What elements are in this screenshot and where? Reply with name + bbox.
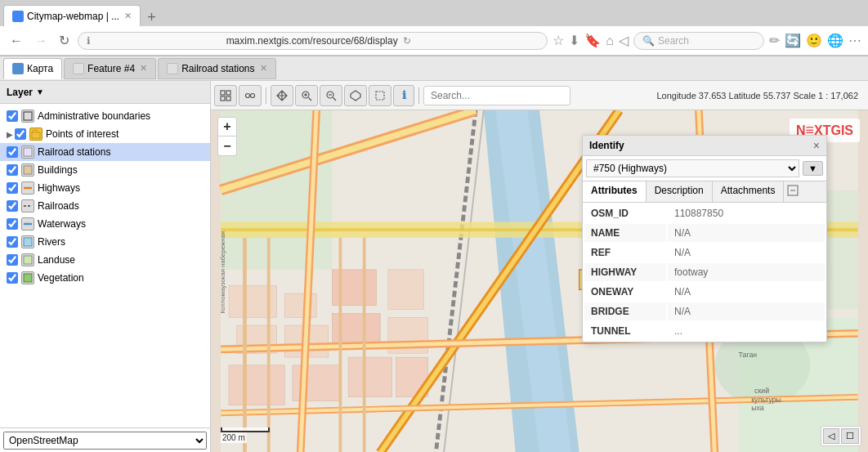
back-nav-icon[interactable]: ◁ [619, 33, 629, 48]
browser-tab-citymap[interactable]: Citymap-webmap | ... ✕ [3, 5, 141, 26]
attr-row-name: NAME N/A [584, 224, 825, 242]
url-bar[interactable]: ℹ maxim.nextgis.com/resource/68/display … [78, 32, 548, 50]
identify-tab-attributes[interactable]: Attributes [583, 181, 647, 202]
identify-btn[interactable] [344, 85, 367, 106]
layer-item-landuse[interactable]: Landuse [0, 251, 210, 269]
main-content: Layer ▼ Administrative boundaries ▶ [0, 81, 868, 452]
layer-header-label: Layer [7, 87, 33, 98]
toolbar-sep-1 [266, 87, 266, 104]
layer-checkbox-buildings[interactable] [7, 164, 18, 176]
move-btn[interactable] [271, 85, 293, 106]
search-placeholder: Search [658, 35, 689, 47]
layer-item-railstations[interactable]: Railroad stations [0, 143, 210, 161]
more-btn[interactable]: ⋯ [848, 33, 861, 48]
layer-checkbox-waterways[interactable] [7, 218, 18, 230]
map-container[interactable]: Детский таганский тзок Таган ский культу… [211, 110, 868, 452]
layer-checkbox-landuse[interactable] [7, 254, 18, 266]
layer-checkbox-railroads[interactable] [7, 200, 18, 212]
svg-text:Котломаузокая набережная: Котломаузокая набережная [219, 231, 226, 314]
globe-icon[interactable]: 🌐 [827, 33, 843, 48]
tab-railstations[interactable]: Railroad stations ✕ [158, 58, 275, 79]
new-tab-btn[interactable]: + [142, 9, 161, 26]
layer-item-rivers[interactable]: Rivers [0, 233, 210, 251]
identify-tab-attachments[interactable]: Attachments [713, 181, 785, 202]
tab-close-btn[interactable]: ✕ [124, 11, 132, 21]
svg-point-14 [251, 93, 255, 97]
identify-close-btn[interactable]: × [813, 139, 820, 152]
attr-val-bridge: N/A [668, 302, 825, 320]
layer-icon-poi [29, 128, 43, 141]
emoji-icon[interactable]: 🙂 [806, 33, 822, 48]
identify-tab-description[interactable]: Description [647, 181, 713, 202]
identify-tab-extra-btn[interactable] [784, 181, 802, 202]
sync-icon[interactable]: 🔄 [785, 33, 801, 48]
svg-rect-1 [24, 148, 32, 156]
pan-left-btn[interactable]: ◁ [823, 428, 839, 444]
map-search-input[interactable] [423, 86, 570, 105]
app: Карта Feature #4 ✕ Railroad stations ✕ L… [0, 56, 868, 452]
svg-rect-38 [229, 365, 284, 405]
layer-checkbox-vegetation[interactable] [7, 272, 18, 284]
identify-attributes-scroll[interactable]: OSM_ID 110887850 NAME N/A REF N/A [583, 203, 826, 342]
layer-checkbox-admin[interactable] [7, 110, 18, 122]
layer-item-buildings[interactable]: Buildings [0, 161, 210, 179]
refresh-btn[interactable]: ↻ [56, 31, 73, 50]
scale-value: 1 : 17,062 [818, 91, 858, 101]
svg-rect-6 [24, 238, 32, 246]
select-btn[interactable] [369, 85, 391, 106]
bookmark-icon[interactable]: ☆ [553, 33, 564, 48]
tab-feature4-label: Feature #4 [87, 63, 135, 74]
layer-item-vegetation[interactable]: Vegetation [0, 269, 210, 287]
svg-line-17 [309, 97, 312, 101]
attr-val-highway: footway [668, 263, 825, 281]
zoom-in-map-btn[interactable]: + [217, 117, 237, 136]
layer-name-landuse: Landuse [38, 254, 75, 266]
poi-expand-icon[interactable]: ▶ [7, 130, 13, 139]
back-btn[interactable]: ← [7, 32, 26, 50]
layer-item-waterways[interactable]: Waterways [0, 215, 210, 233]
identify-feature-select[interactable]: #750 (Highways) [586, 159, 799, 177]
layer-item-railroads[interactable]: Railroads [0, 197, 210, 215]
tab-railstations-label: Railroad stations [181, 63, 254, 74]
full-extent-btn[interactable]: ☐ [841, 428, 859, 444]
map-toolbar-area: ℹ Longitude 37.653 Latitude 55.737 Scale… [211, 81, 868, 452]
info-btn[interactable]: ℹ [393, 85, 414, 106]
identify-title: Identify [589, 140, 624, 151]
link-btn[interactable] [239, 85, 262, 106]
browser-search-bar[interactable]: 🔍 Search [633, 32, 764, 50]
attr-key-highway: HIGHWAY [584, 263, 666, 281]
attr-key-name: NAME [584, 224, 666, 242]
tab-karta[interactable]: Карта [3, 58, 62, 79]
grid-btn[interactable] [214, 85, 237, 106]
layer-item-poi[interactable]: ▶ Points of interest [0, 125, 210, 143]
layer-dropdown-btn[interactable]: ▼ [36, 87, 44, 96]
layer-checkbox-poi[interactable] [15, 128, 26, 140]
layer-item-highways[interactable]: Highways [0, 179, 210, 197]
railstations-close-btn[interactable]: ✕ [260, 63, 267, 74]
basemap-select[interactable]: OpenStreetMap [3, 432, 207, 450]
zoom-out-btn[interactable] [320, 85, 342, 106]
svg-text:ский: ский [754, 387, 769, 395]
coord-display: Longitude 37.653 Latitude 55.737 Scale 1… [650, 91, 865, 101]
forward-btn[interactable]: → [31, 32, 51, 50]
svg-rect-8 [24, 274, 32, 282]
download-icon[interactable]: ⬇ [569, 33, 579, 48]
svg-rect-9 [221, 91, 225, 95]
home-icon[interactable]: ⌂ [606, 34, 614, 48]
layer-checkbox-highways[interactable] [7, 182, 18, 194]
edit-icon[interactable]: ✏ [769, 33, 780, 48]
svg-text:ыха: ыха [751, 404, 764, 412]
svg-text:Таган: Таган [739, 351, 758, 359]
svg-rect-24 [376, 92, 384, 100]
zoom-out-map-btn[interactable]: − [217, 136, 237, 156]
layer-checkbox-rivers[interactable] [7, 236, 18, 248]
layer-checkbox-railstations[interactable] [7, 146, 18, 158]
zoom-in-btn[interactable] [295, 85, 318, 106]
tab-feature4[interactable]: Feature #4 ✕ [64, 58, 156, 79]
svg-line-21 [333, 97, 337, 101]
layer-item-admin[interactable]: Administrative boundaries [0, 107, 210, 125]
bookmark-list-icon[interactable]: 🔖 [584, 33, 601, 48]
identify-expand-btn[interactable]: ▼ [803, 161, 823, 176]
feature4-close-btn[interactable]: ✕ [140, 63, 147, 74]
app-tab-bar: Карта Feature #4 ✕ Railroad stations ✕ [0, 56, 868, 81]
